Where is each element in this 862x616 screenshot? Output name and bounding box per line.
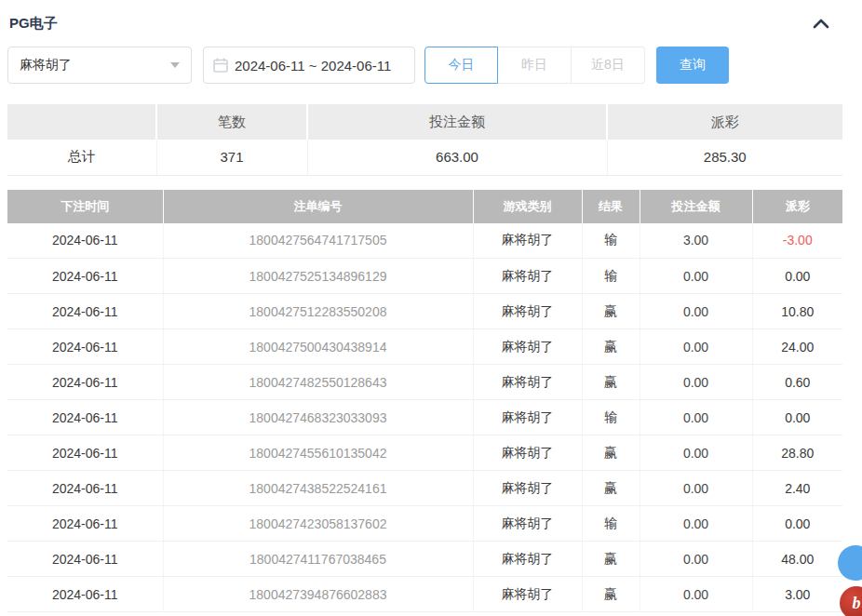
query-button[interactable]: 查询: [656, 47, 729, 84]
payout-cell: 10.80: [752, 294, 842, 329]
result-cell: 输: [582, 259, 640, 294]
calendar-icon: [213, 58, 228, 73]
column-header: 派彩: [752, 190, 842, 223]
payout-cell: 28.80: [752, 435, 842, 471]
table-row: 2024-06-111800427564741717505麻将胡了输3.00-3…: [7, 223, 842, 259]
bet-amount-cell: 0.00: [640, 400, 752, 435]
table-header-row: 下注时间注单编号游戏类别结果投注金额派彩: [7, 190, 842, 223]
pg-game-records-panel: PG电子 麻将胡了 2024-06-11 ~ 2024-06-11 今日昨日近: [0, 0, 862, 612]
payout-cell: 48.00: [752, 542, 842, 577]
bet-time-cell: 2024-06-11: [7, 365, 163, 400]
result-cell: 输: [582, 506, 640, 542]
table-row: 2024-06-111800427411767038465麻将胡了赢0.0048…: [7, 542, 842, 577]
table-row: 2024-06-111800427500430438914麻将胡了赢0.0024…: [7, 329, 842, 365]
column-header: 注单编号: [163, 190, 473, 223]
column-header: 下注时间: [7, 190, 163, 223]
bet-number-cell: 1800427394876602883: [163, 577, 473, 612]
bet-number-cell: 1800427455610135042: [163, 435, 473, 471]
date-range-picker[interactable]: 2024-06-11 ~ 2024-06-11: [203, 47, 415, 84]
summary-total-cell: 371: [156, 140, 307, 175]
bet-number-cell: 1800427512283550208: [163, 294, 473, 329]
bet-time-cell: 2024-06-11: [7, 435, 163, 471]
bet-number-cell: 1800427468323033093: [163, 400, 473, 435]
game-type-cell: 麻将胡了: [473, 435, 582, 471]
column-header: 投注金额: [640, 190, 752, 223]
bet-time-cell: 2024-06-11: [7, 294, 163, 329]
bet-number-cell: 1800427564741717505: [163, 223, 473, 259]
result-cell: 赢: [582, 577, 640, 612]
payout-cell: 3.00: [752, 577, 842, 612]
caret-down-icon: [170, 62, 180, 68]
game-select[interactable]: 麻将胡了: [7, 47, 192, 84]
game-type-cell: 麻将胡了: [473, 294, 582, 329]
bet-number-cell: 1800427500430438914: [163, 329, 473, 365]
result-cell: 赢: [582, 294, 640, 329]
game-type-cell: 麻将胡了: [473, 542, 582, 577]
payout-cell: 2.40: [752, 471, 842, 506]
bet-amount-cell: 0.00: [640, 365, 752, 400]
summary-total-cell: 663.00: [307, 140, 607, 175]
bet-amount-cell: 0.00: [640, 435, 752, 471]
date-range-value: 2024-06-11 ~ 2024-06-11: [235, 58, 391, 74]
game-type-cell: 麻将胡了: [473, 506, 582, 542]
filter-bar: 麻将胡了 2024-06-11 ~ 2024-06-11 今日昨日近8日 查询: [7, 47, 862, 84]
result-cell: 输: [582, 223, 640, 259]
bet-time-cell: 2024-06-11: [7, 259, 163, 294]
quick-filter-group: 今日昨日近8日: [424, 47, 645, 84]
game-type-cell: 麻将胡了: [473, 365, 582, 400]
bet-amount-cell: 0.00: [640, 542, 752, 577]
game-type-cell: 麻将胡了: [473, 471, 582, 506]
bet-number-cell: 1800427411767038465: [163, 542, 473, 577]
bet-records-table: 下注时间注单编号游戏类别结果投注金额派彩 2024-06-11180042756…: [7, 190, 842, 613]
column-header: 结果: [582, 190, 640, 223]
summary-column-header: [7, 104, 156, 140]
bet-time-cell: 2024-06-11: [7, 471, 163, 506]
bet-amount-cell: 0.00: [640, 259, 752, 294]
panel-title: PG电子: [9, 15, 58, 33]
table-row: 2024-06-111800427438522524161麻将胡了赢0.002.…: [7, 471, 842, 506]
payout-cell: 0.60: [752, 365, 842, 400]
quick-filter-button[interactable]: 今日: [424, 47, 498, 84]
game-type-cell: 麻将胡了: [473, 577, 582, 612]
bet-time-cell: 2024-06-11: [7, 506, 163, 542]
summary-total-row: 总计371663.00285.30: [7, 140, 842, 175]
result-cell: 输: [582, 400, 640, 435]
table-row: 2024-06-111800427512283550208麻将胡了赢0.0010…: [7, 294, 842, 329]
summary-table: 笔数投注金额派彩 总计371663.00285.30: [7, 104, 842, 176]
summary-column-header: 投注金额: [307, 104, 607, 140]
game-type-cell: 麻将胡了: [473, 329, 582, 365]
bet-time-cell: 2024-06-11: [7, 329, 163, 365]
payout-cell: 0.00: [752, 259, 842, 294]
game-type-cell: 麻将胡了: [473, 259, 582, 294]
summary-total-cell: 285.30: [607, 140, 842, 175]
payout-cell: 0.00: [752, 506, 842, 542]
bet-time-cell: 2024-06-11: [7, 223, 163, 259]
table-row: 2024-06-111800427525134896129麻将胡了输0.000.…: [7, 259, 842, 294]
table-row: 2024-06-111800427482550128643麻将胡了赢0.000.…: [7, 365, 842, 400]
summary-column-header: 笔数: [156, 104, 307, 140]
bet-number-cell: 1800427438522524161: [163, 471, 473, 506]
bet-number-cell: 1800427525134896129: [163, 259, 473, 294]
summary-header-row: 笔数投注金额派彩: [7, 104, 842, 140]
payout-cell: 24.00: [752, 329, 842, 365]
chevron-up-icon[interactable]: [812, 17, 830, 30]
result-cell: 赢: [582, 365, 640, 400]
result-cell: 赢: [582, 435, 640, 471]
quick-filter-button[interactable]: 昨日: [498, 47, 572, 84]
table-row: 2024-06-111800427455610135042麻将胡了赢0.0028…: [7, 435, 842, 471]
bet-time-cell: 2024-06-11: [7, 542, 163, 577]
table-row: 2024-06-111800427468323033093麻将胡了输0.000.…: [7, 400, 842, 435]
bet-amount-cell: 3.00: [640, 223, 752, 259]
quick-filter-button[interactable]: 近8日: [572, 47, 645, 84]
bet-time-cell: 2024-06-11: [7, 577, 163, 612]
panel-header: PG电子: [7, 9, 862, 35]
bet-amount-cell: 0.00: [640, 506, 752, 542]
payout-cell: -3.00: [752, 223, 842, 259]
result-cell: 赢: [582, 542, 640, 577]
bet-number-cell: 1800427423058137602: [163, 506, 473, 542]
bet-number-cell: 1800427482550128643: [163, 365, 473, 400]
summary-total-cell: 总计: [7, 140, 156, 175]
bet-time-cell: 2024-06-11: [7, 400, 163, 435]
game-select-value: 麻将胡了: [20, 57, 72, 74]
summary-column-header: 派彩: [607, 104, 842, 140]
